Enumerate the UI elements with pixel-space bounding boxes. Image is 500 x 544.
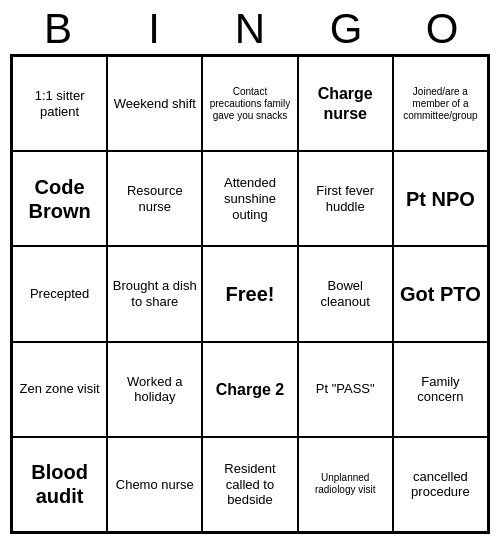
bingo-cell-16: Worked a holiday [107, 342, 202, 437]
header-letter-g: G [302, 8, 390, 50]
bingo-cell-19: Family concern [393, 342, 488, 437]
bingo-cell-15: Zen zone visit [12, 342, 107, 437]
bingo-cell-21: Chemo nurse [107, 437, 202, 532]
bingo-cell-22: Resident called to bedside [202, 437, 297, 532]
bingo-cell-11: Brought a dish to share [107, 246, 202, 341]
bingo-cell-20: Blood audit [12, 437, 107, 532]
bingo-cell-2: Contact precautions family gave you snac… [202, 56, 297, 151]
bingo-grid: 1:1 sitter patientWeekend shiftContact p… [10, 54, 490, 534]
bingo-cell-23: Unplanned radiology visit [298, 437, 393, 532]
bingo-cell-17: Charge 2 [202, 342, 297, 437]
bingo-header: BINGO [10, 0, 490, 54]
header-letter-n: N [206, 8, 294, 50]
bingo-cell-8: First fever huddle [298, 151, 393, 246]
bingo-cell-1: Weekend shift [107, 56, 202, 151]
bingo-cell-14: Got PTO [393, 246, 488, 341]
bingo-cell-3: Charge nurse [298, 56, 393, 151]
bingo-cell-10: Precepted [12, 246, 107, 341]
bingo-cell-7: Attended sunshine outing [202, 151, 297, 246]
bingo-cell-5: Code Brown [12, 151, 107, 246]
header-letter-i: I [110, 8, 198, 50]
bingo-cell-18: Pt "PASS" [298, 342, 393, 437]
bingo-cell-4: Joined/are a member of a committee/group [393, 56, 488, 151]
header-letter-o: O [398, 8, 486, 50]
header-letter-b: B [14, 8, 102, 50]
bingo-cell-0: 1:1 sitter patient [12, 56, 107, 151]
bingo-cell-9: Pt NPO [393, 151, 488, 246]
bingo-cell-13: Bowel cleanout [298, 246, 393, 341]
bingo-cell-24: cancelled procedure [393, 437, 488, 532]
bingo-cell-6: Resource nurse [107, 151, 202, 246]
bingo-cell-12: Free! [202, 246, 297, 341]
